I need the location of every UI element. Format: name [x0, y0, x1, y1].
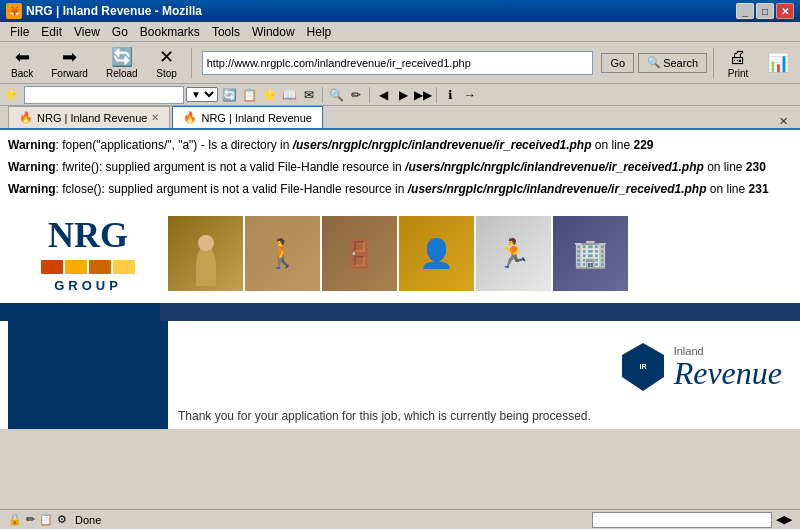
tb2-btn-copy[interactable]: 📋 — [240, 86, 258, 104]
tb2-separator3 — [436, 87, 437, 103]
error-path-2: /users/nrgplc/nrgplc/inlandrevenue/ir_re… — [405, 160, 704, 174]
error-path-1: /users/nrgplc/nrgplc/inlandrevenue/ir_re… — [293, 138, 592, 152]
tab-icon-2: 🔥 — [183, 111, 197, 124]
error-line-2: on line 230 — [704, 160, 766, 174]
banner-left — [0, 303, 160, 321]
photo-strip: 🚶 🚪 👤 🏃 🏢 — [168, 216, 792, 291]
ir-logo-container: IR — [620, 341, 666, 393]
window-controls: _ □ ✕ — [736, 3, 794, 19]
content-area[interactable]: Warning: fopen("applications/", "a") - I… — [0, 130, 800, 429]
tb2-btn-book[interactable]: 📖 — [280, 86, 298, 104]
reload-button[interactable]: 🔄 Reload — [99, 43, 145, 82]
blue-banner — [0, 303, 800, 321]
status-icon4: ⚙ — [57, 513, 67, 526]
toolbar-separator — [191, 48, 192, 78]
tb2-btn-prev[interactable]: ◀ — [374, 86, 392, 104]
toolbar2-input[interactable] — [24, 86, 184, 104]
menu-view[interactable]: View — [68, 23, 106, 41]
error-path-3: /users/nrgplc/nrgplc/inlandrevenue/ir_re… — [408, 182, 707, 196]
tb2-btn-mail[interactable]: ✉ — [300, 86, 318, 104]
tab-label-2: NRG | Inland Revenue — [201, 112, 311, 124]
tab-close-1[interactable]: ✕ — [151, 112, 159, 123]
stop-icon: ✕ — [159, 46, 174, 68]
menu-window[interactable]: Window — [246, 23, 301, 41]
main-content-row: IR Inland Revenue Thank you for your app… — [8, 321, 792, 429]
address-input[interactable] — [202, 51, 594, 75]
tb2-separator2 — [369, 87, 370, 103]
print-label: Print — [728, 68, 749, 79]
menu-bookmarks[interactable]: Bookmarks — [134, 23, 206, 41]
menu-tools[interactable]: Tools — [206, 23, 246, 41]
warn-label-2: Warning — [8, 160, 56, 174]
window-icon: 🦊 — [6, 3, 22, 19]
close-button[interactable]: ✕ — [776, 3, 794, 19]
menu-help[interactable]: Help — [301, 23, 338, 41]
nrg-logo-text: NRG — [48, 214, 128, 256]
search-icon: 🔍 — [647, 56, 661, 69]
status-text: Done — [75, 514, 101, 526]
menu-file[interactable]: File — [4, 23, 35, 41]
tb2-btn-pen[interactable]: ✏ — [347, 86, 365, 104]
reload-icon: 🔄 — [111, 46, 133, 68]
nrg-group-label: GROUP — [54, 278, 122, 293]
tb2-btn-info[interactable]: ℹ — [441, 86, 459, 104]
photo-2: 🚶 — [245, 216, 320, 291]
nrg-logo-images — [41, 260, 135, 274]
logo-img-3 — [89, 260, 111, 274]
status-icon3: 📋 — [39, 513, 53, 526]
back-label: Back — [11, 68, 33, 79]
ir-logo-label: Revenue — [674, 357, 782, 389]
error-text-3: : fclose(): supplied argument is not a v… — [56, 182, 408, 196]
sub-text: To speed up the application process we w… — [178, 427, 782, 429]
tab-label-1: NRG | Inland Revenue — [37, 112, 147, 124]
menu-go[interactable]: Go — [106, 23, 134, 41]
status-input[interactable] — [592, 512, 772, 528]
maximize-button[interactable]: □ — [756, 3, 774, 19]
photo-6: 🏢 — [553, 216, 628, 291]
warn-label-1: Warning — [8, 138, 56, 152]
menu-edit[interactable]: Edit — [35, 23, 68, 41]
forward-button[interactable]: ➡ Forward — [44, 43, 95, 82]
print-button[interactable]: 🖨 Print — [720, 43, 756, 82]
tb2-btn-zoom[interactable]: 🔍 — [327, 86, 345, 104]
error-text-1: : fopen("applications/", "a") - Is a dir… — [56, 138, 293, 152]
inland-revenue-logo: IR Inland Revenue — [178, 341, 782, 393]
tb2-btn-refresh[interactable]: 🔄 — [220, 86, 238, 104]
error-message-1: Warning: fopen("applications/", "a") - I… — [8, 138, 792, 152]
main-toolbar: ⬅ Back ➡ Forward 🔄 Reload ✕ Stop Go 🔍 Se… — [0, 42, 800, 84]
close-tab-button[interactable]: ✕ — [775, 115, 792, 128]
error-line-1: on line 229 — [591, 138, 653, 152]
tb2-btn-star[interactable]: ⭐ — [260, 86, 278, 104]
secondary-toolbar: ⭐ ▼ 🔄 📋 ⭐ 📖 ✉ 🔍 ✏ ◀ ▶ ▶▶ ℹ → — [0, 84, 800, 106]
thank-you-text: Thank you for your application for this … — [178, 409, 782, 423]
forward-label: Forward — [51, 68, 88, 79]
photo-5: 🏃 — [476, 216, 551, 291]
nrg-header: NRG GROUP 🚶 🚪 — [8, 204, 792, 303]
back-icon: ⬅ — [15, 46, 30, 68]
stop-label: Stop — [156, 68, 177, 79]
ir-text-block: Inland Revenue — [674, 345, 782, 389]
left-blue-column — [8, 321, 168, 429]
tab-bar: 🔥 NRG | Inland Revenue ✕ 🔥 NRG | Inland … — [0, 106, 800, 130]
tb2-btn-next[interactable]: ▶▶ — [414, 86, 432, 104]
extra-button[interactable]: 📊 — [760, 49, 796, 77]
ir-shield-container: IR — [620, 341, 666, 393]
toolbar2-dropdown[interactable]: ▼ — [186, 87, 218, 102]
go-button[interactable]: Go — [601, 53, 634, 73]
stop-button[interactable]: ✕ Stop — [149, 43, 185, 82]
right-column: IR Inland Revenue Thank you for your app… — [168, 321, 792, 429]
ir-shield-icon: IR — [620, 341, 666, 393]
nrg-logo-area: NRG GROUP — [8, 204, 168, 303]
scroll-indicator: ◀▶ — [776, 513, 792, 526]
search-button[interactable]: 🔍 Search — [638, 53, 707, 73]
toolbar-separator2 — [713, 48, 714, 78]
minimize-button[interactable]: _ — [736, 3, 754, 19]
tb2-btn-play[interactable]: ▶ — [394, 86, 412, 104]
tab-icon-1: 🔥 — [19, 111, 33, 124]
tab-2[interactable]: 🔥 NRG | Inland Revenue — [172, 106, 322, 128]
photo-1 — [168, 216, 243, 291]
logo-img-4 — [113, 260, 135, 274]
tb2-btn-arrow[interactable]: → — [461, 86, 479, 104]
tab-1[interactable]: 🔥 NRG | Inland Revenue ✕ — [8, 106, 170, 128]
back-button[interactable]: ⬅ Back — [4, 43, 40, 82]
